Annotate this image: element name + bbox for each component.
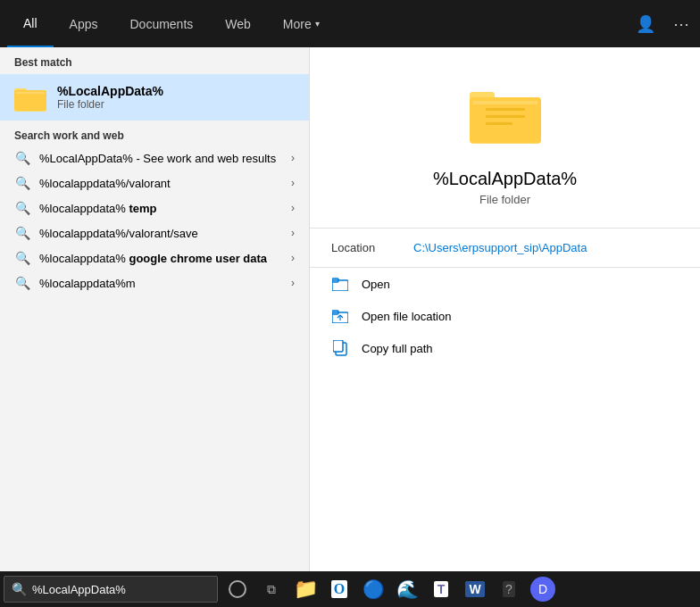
search-text-5: %localappdata% google chrome user data xyxy=(39,252,267,265)
taskbar-discord[interactable]: D xyxy=(527,573,559,605)
search-text-4: %localappdata%/valorant/save xyxy=(39,227,198,240)
file-explorer-icon: 📁 xyxy=(294,578,318,601)
svg-rect-19 xyxy=(333,340,343,352)
location-row: Location C:\Users\erpsupport_sip\AppData xyxy=(310,229,700,267)
chevron-right-icon-5: › xyxy=(291,252,295,264)
circle-icon xyxy=(229,580,246,598)
best-match-subtitle: File folder xyxy=(57,98,163,111)
nav-icons: 👤 ⋯ xyxy=(632,11,693,37)
teams-icon: T xyxy=(434,581,449,597)
search-result-3[interactable]: 🔍 %localappdata% temp › xyxy=(0,195,309,220)
best-match-label: Best match xyxy=(0,47,309,74)
search-icon-5: 🔍 xyxy=(14,251,30,265)
best-match-title: %LocalAppData% xyxy=(57,84,163,98)
open-action[interactable]: Open xyxy=(310,268,700,300)
copy-full-path-label: Copy full path xyxy=(362,342,433,355)
edge-icon: 🌊 xyxy=(396,578,419,600)
copy-icon xyxy=(331,339,349,357)
svg-rect-3 xyxy=(16,92,45,94)
taskbar-file-explorer[interactable]: 📁 xyxy=(289,573,321,605)
search-result-6[interactable]: 🔍 %localappdata%m › xyxy=(0,270,309,295)
taskbar-task-view[interactable]: ⧉ xyxy=(255,573,288,605)
search-icon-3: 🔍 xyxy=(14,201,30,215)
search-text-3: %localappdata% temp xyxy=(39,202,157,215)
search-result-5[interactable]: 🔍 %localappdata% google chrome user data… xyxy=(0,245,309,270)
search-result-1[interactable]: 🔍 %LocalAppData% - See work and web resu… xyxy=(0,146,309,170)
search-icon-6: 🔍 xyxy=(14,276,30,290)
search-icon-1: 🔍 xyxy=(14,151,30,165)
chevron-right-icon-2: › xyxy=(291,177,295,189)
taskbar-search-input[interactable] xyxy=(32,583,210,596)
taskbar-search-icon: 🔍 xyxy=(12,582,27,596)
chevron-down-icon: ▾ xyxy=(315,19,320,29)
taskbar-edge[interactable]: 🌊 xyxy=(391,573,423,605)
open-file-location-label: Open file location xyxy=(362,310,451,323)
chevron-right-icon-6: › xyxy=(291,277,295,289)
nav-tabs: All Apps Documents Web More ▾ xyxy=(7,0,336,47)
location-path[interactable]: C:\Users\erpsupport_sip\AppData xyxy=(413,241,587,254)
taskbar-search[interactable]: 🔍 xyxy=(4,576,218,603)
taskbar-chrome[interactable]: 🔵 xyxy=(357,573,389,605)
search-text-2: %localappdata%/valorant xyxy=(39,177,171,190)
open-label: Open xyxy=(362,278,390,291)
result-subtitle: File folder xyxy=(479,193,530,206)
copy-path-action[interactable]: Copy full path xyxy=(310,332,700,364)
search-icon-2: 🔍 xyxy=(14,176,30,190)
main-layout: Best match %LocalAppData% File folder Se… xyxy=(0,47,700,571)
taskbar-start-search[interactable] xyxy=(221,573,254,605)
more-options-button[interactable]: ⋯ xyxy=(670,11,693,37)
best-match-text: %LocalAppData% File folder xyxy=(57,84,163,111)
chevron-right-icon-1: › xyxy=(291,152,295,164)
location-label: Location xyxy=(331,241,403,254)
taskbar: 🔍 ⧉ 📁 O 🔵 🌊 T W ? D xyxy=(0,571,700,607)
taskbar-outlook[interactable]: O xyxy=(323,573,355,605)
svg-rect-10 xyxy=(486,122,512,125)
chevron-right-icon-3: › xyxy=(291,202,295,214)
taskbar-word[interactable]: W xyxy=(459,573,491,605)
chevron-right-icon-4: › xyxy=(291,227,295,239)
search-work-label: Search work and web xyxy=(0,121,309,146)
search-icon-4: 🔍 xyxy=(14,226,30,240)
folder-location-icon xyxy=(331,307,349,325)
outlook-icon: O xyxy=(331,580,347,598)
best-match-item[interactable]: %LocalAppData% File folder xyxy=(0,74,309,121)
result-folder-icon xyxy=(470,83,541,158)
svg-rect-9 xyxy=(486,115,525,118)
nav-tab-more[interactable]: More ▾ xyxy=(267,0,336,47)
search-text-1: %LocalAppData% - See work and web result… xyxy=(39,152,276,165)
search-text-6: %localappdata%m xyxy=(39,277,136,290)
task-view-icon: ⧉ xyxy=(267,582,276,597)
left-panel: Best match %LocalAppData% File folder Se… xyxy=(0,47,309,571)
nav-tab-web[interactable]: Web xyxy=(209,0,267,47)
search-result-4[interactable]: 🔍 %localappdata%/valorant/save › xyxy=(0,220,309,245)
open-file-location-action[interactable]: Open file location xyxy=(310,300,700,332)
person-icon: 👤 xyxy=(636,14,655,34)
nav-tab-documents[interactable]: Documents xyxy=(113,0,209,47)
nav-tab-apps[interactable]: Apps xyxy=(54,0,114,47)
word-icon: W xyxy=(465,581,484,597)
svg-rect-8 xyxy=(486,108,525,111)
discord-icon: D xyxy=(530,577,555,602)
svg-rect-7 xyxy=(473,101,538,104)
result-title: %LocalAppData% xyxy=(433,169,577,189)
top-nav: All Apps Documents Web More ▾ 👤 ⋯ xyxy=(0,0,700,47)
taskbar-unknown[interactable]: ? xyxy=(493,573,525,605)
taskbar-teams[interactable]: T xyxy=(425,573,457,605)
person-icon-button[interactable]: 👤 xyxy=(632,11,659,37)
search-result-2[interactable]: 🔍 %localappdata%/valorant › xyxy=(0,170,309,195)
open-folder-icon xyxy=(331,275,349,293)
ellipsis-icon: ⋯ xyxy=(673,14,689,34)
right-panel: %LocalAppData% File folder Location C:\U… xyxy=(309,47,700,571)
folder-icon xyxy=(14,81,46,113)
unknown-app-icon: ? xyxy=(503,581,515,597)
nav-tab-all[interactable]: All xyxy=(7,0,54,47)
chrome-icon: 🔵 xyxy=(362,578,385,600)
